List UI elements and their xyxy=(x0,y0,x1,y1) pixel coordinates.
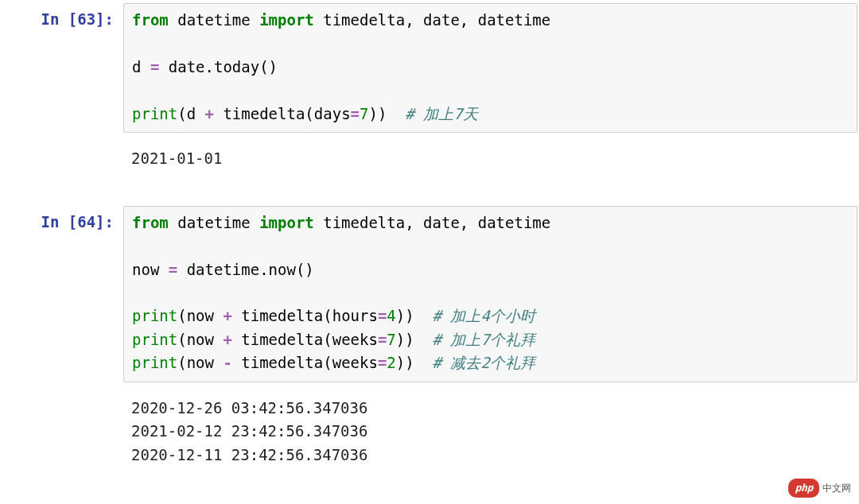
output-cell-64: 2020-12-26 03:42:56.347036 2021-02-12 23… xyxy=(0,394,859,467)
output-text: 2021-01-01 xyxy=(131,147,851,170)
input-prompt: In [64]: xyxy=(0,206,123,234)
output-prompt-spacer xyxy=(0,394,123,398)
code-input-area[interactable]: from datetime import timedelta, date, da… xyxy=(123,206,857,382)
prompt-label: In [64]: xyxy=(41,213,114,231)
code-input-area[interactable]: from datetime import timedelta, date, da… xyxy=(123,3,857,133)
code-cell-64: In [64]: from datetime import timedelta,… xyxy=(0,206,859,382)
code-block[interactable]: from datetime import timedelta, date, da… xyxy=(132,211,849,375)
watermark-pill: php xyxy=(788,479,819,490)
output-cell-63: 2021-01-01 xyxy=(0,144,859,170)
code-output-area: 2021-01-01 xyxy=(123,144,859,170)
output-prompt-spacer xyxy=(0,144,123,149)
code-output-area: 2020-12-26 03:42:56.347036 2021-02-12 23… xyxy=(123,394,859,467)
code-block[interactable]: from datetime import timedelta, date, da… xyxy=(132,9,849,126)
prompt-label: In [63]: xyxy=(41,10,114,28)
code-cell-63: In [63]: from datetime import timedelta,… xyxy=(0,3,859,133)
input-prompt: In [63]: xyxy=(0,3,123,31)
watermark-text: 中文网 xyxy=(822,481,851,490)
output-text: 2020-12-26 03:42:56.347036 2021-02-12 23… xyxy=(131,397,851,467)
watermark-badge: php 中文网 xyxy=(788,479,851,490)
